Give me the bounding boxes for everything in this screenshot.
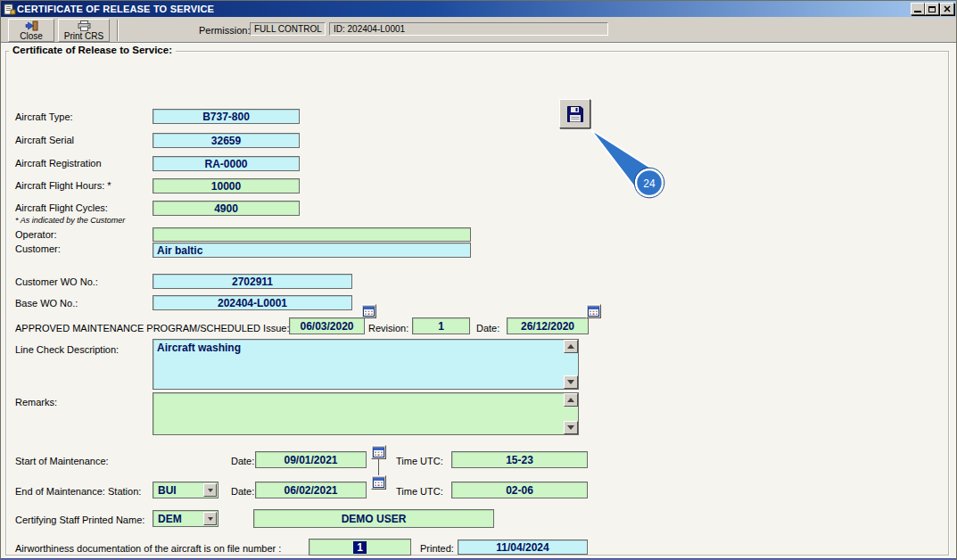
station-combobox[interactable]: BUI bbox=[153, 482, 219, 498]
minimize-button[interactable] bbox=[911, 3, 925, 15]
close-button-label: Close bbox=[20, 32, 43, 41]
certifying-code-value: DEM bbox=[158, 513, 182, 525]
calendar-icon bbox=[588, 306, 599, 317]
station-value: BUI bbox=[158, 484, 177, 497]
customer-label: Customer: bbox=[15, 243, 61, 254]
amp-date-label: Date: bbox=[476, 323, 499, 334]
aircraft-serial-field[interactable]: 32659 bbox=[153, 133, 300, 148]
amp-revision-label: Revision: bbox=[368, 323, 408, 334]
line-check-textarea[interactable]: Aircraft washing bbox=[153, 339, 579, 390]
certifying-name-field[interactable]: DEMO USER bbox=[253, 509, 494, 528]
aircraft-type-label: Aircraft Type: bbox=[15, 111, 73, 122]
end-date-label: Date: bbox=[231, 486, 254, 497]
arrow-down-icon bbox=[567, 380, 574, 384]
start-date-calendar-button[interactable] bbox=[371, 445, 386, 459]
certifying-staff-label: Certifying Staff Printed Name: bbox=[15, 515, 144, 525]
arrow-up-icon bbox=[567, 398, 574, 402]
aircraft-type-field[interactable]: B737-800 bbox=[153, 109, 300, 124]
calendar-icon bbox=[373, 447, 384, 457]
window-title: CERTIFICATE OF RELEASE TO SERVICE bbox=[17, 4, 214, 14]
start-date-label: Date: bbox=[231, 456, 254, 466]
calendar-icon bbox=[363, 306, 375, 317]
close-window-button[interactable] bbox=[940, 3, 954, 15]
customer-wo-label: Customer WO No.: bbox=[15, 276, 98, 287]
arrow-down-icon bbox=[567, 425, 574, 430]
chevron-down-icon bbox=[208, 517, 213, 521]
maximize-icon bbox=[928, 6, 936, 12]
id-field: ID: 202404-L0001 bbox=[329, 22, 608, 36]
certifying-code-combobox[interactable]: DEM bbox=[153, 510, 219, 527]
permission-label: Permission: bbox=[199, 25, 250, 36]
app-icon bbox=[4, 3, 16, 15]
end-station-label: Station: bbox=[108, 486, 141, 497]
flight-hours-label: Aircraft Flight Hours: * bbox=[15, 180, 111, 191]
minimize-icon bbox=[914, 11, 921, 12]
arrow-up-icon bbox=[567, 344, 574, 349]
station-dropdown-button[interactable] bbox=[203, 483, 217, 497]
crs-window: CERTIFICATE OF RELEASE TO SERVICE Close bbox=[0, 0, 957, 560]
file-number-value: 1 bbox=[353, 541, 367, 554]
aircraft-registration-field[interactable]: RA-0000 bbox=[153, 156, 300, 171]
save-button[interactable] bbox=[559, 99, 590, 128]
amp-date-calendar-button[interactable] bbox=[586, 304, 601, 318]
form-area: Certificate of Release to Service: Aircr… bbox=[1, 44, 957, 558]
end-maintenance-label: End of Maintenance: bbox=[15, 486, 105, 497]
base-wo-field[interactable]: 202404-L0001 bbox=[153, 295, 352, 310]
airworthiness-label: Airworthiness documentation of the aircr… bbox=[15, 543, 281, 554]
remarks-scroll-up-button[interactable] bbox=[564, 393, 578, 407]
toolbar: Close Print CRS Permission: FULL CONTROL… bbox=[1, 18, 956, 43]
amp-issue-calendar-button[interactable] bbox=[361, 304, 376, 318]
customer-footnote: * As indicated by the Customer bbox=[15, 216, 125, 225]
end-time-field[interactable]: 02-06 bbox=[451, 482, 588, 498]
customer-wo-field[interactable]: 2702911 bbox=[153, 274, 352, 289]
close-button[interactable]: Close bbox=[8, 19, 54, 42]
save-floppy-icon bbox=[566, 105, 584, 123]
printer-icon bbox=[78, 21, 91, 31]
start-time-label: Time UTC: bbox=[396, 456, 443, 466]
end-time-label: Time UTC: bbox=[396, 486, 443, 497]
end-date-calendar-button[interactable] bbox=[371, 475, 386, 490]
operator-label: Operator: bbox=[15, 229, 56, 240]
line-check-label: Line Check Description: bbox=[15, 344, 119, 355]
aircraft-registration-label: Aircraft Registration bbox=[15, 158, 102, 169]
print-crs-button-label: Print CRS bbox=[64, 32, 103, 41]
end-date-field[interactable]: 06/02/2021 bbox=[255, 482, 367, 498]
remarks-scroll-down-button[interactable] bbox=[564, 421, 578, 434]
amp-date-field[interactable]: 26/12/2020 bbox=[507, 317, 589, 334]
base-wo-label: Base WO No.: bbox=[15, 298, 78, 309]
chevron-down-icon bbox=[208, 489, 213, 492]
operator-field[interactable] bbox=[153, 227, 471, 242]
toolbar-separator bbox=[117, 20, 119, 41]
remarks-textarea[interactable] bbox=[153, 392, 579, 435]
amp-revision-field[interactable]: 1 bbox=[412, 317, 470, 334]
printed-date-field[interactable]: 11/04/2024 bbox=[458, 539, 588, 555]
calendar-connector-line bbox=[378, 459, 379, 475]
start-maintenance-label: Start of Maintenance: bbox=[15, 456, 109, 466]
permission-value-field: FULL CONTROL bbox=[250, 22, 326, 36]
remarks-label: Remarks: bbox=[15, 397, 57, 408]
amp-label: APPROVED MAINTENANCE PROGRAM/SCHEDULED I… bbox=[15, 323, 289, 334]
file-number-field[interactable]: 1 bbox=[309, 539, 411, 556]
print-crs-button[interactable]: Print CRS bbox=[58, 19, 110, 42]
flight-hours-field[interactable]: 10000 bbox=[153, 178, 300, 194]
flight-cycles-label: Aircraft Flight Cycles: bbox=[15, 202, 108, 213]
crs-groupbox bbox=[5, 51, 949, 556]
customer-field[interactable]: Air baltic bbox=[153, 243, 471, 258]
start-date-field[interactable]: 09/01/2021 bbox=[255, 451, 367, 468]
aircraft-serial-label: Aircraft Serial bbox=[15, 135, 74, 145]
line-check-scroll-down-button[interactable] bbox=[564, 375, 578, 389]
printed-label: Printed: bbox=[420, 543, 454, 554]
flight-cycles-field[interactable]: 4900 bbox=[153, 201, 300, 216]
close-icon bbox=[944, 5, 951, 12]
calendar-icon bbox=[373, 477, 384, 488]
line-check-scroll-up-button[interactable] bbox=[564, 340, 578, 353]
certifying-code-dropdown-button[interactable] bbox=[203, 512, 217, 525]
start-time-field[interactable]: 15-23 bbox=[451, 451, 588, 468]
title-bar: CERTIFICATE OF RELEASE TO SERVICE bbox=[1, 1, 956, 17]
amp-issue-field[interactable]: 06/03/2020 bbox=[289, 317, 365, 334]
maximize-button[interactable] bbox=[925, 3, 939, 15]
exit-door-icon bbox=[25, 21, 38, 31]
groupbox-title: Certificate of Release to Service: bbox=[9, 45, 176, 55]
